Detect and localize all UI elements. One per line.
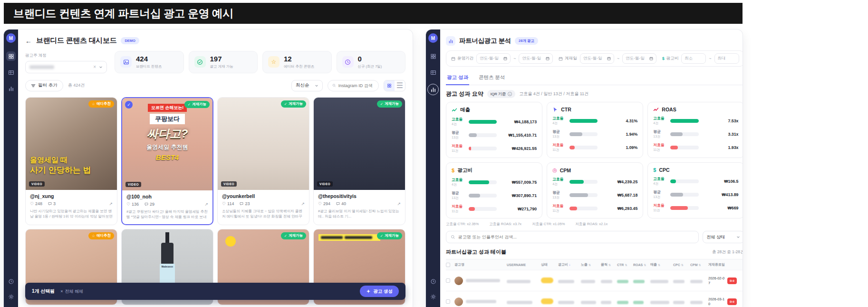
view-toggles: ☰ bbox=[384, 80, 405, 91]
table-nav-icon[interactable] bbox=[6, 68, 16, 77]
bar-fill bbox=[670, 119, 698, 123]
blurred-username bbox=[507, 301, 532, 304]
list-view-toggle[interactable]: ☰ bbox=[395, 80, 405, 91]
col-ad-name[interactable]: 광고명 bbox=[454, 262, 507, 267]
ad-search-input[interactable] bbox=[458, 235, 694, 239]
metric-value: 3.31x bbox=[703, 132, 739, 137]
col-end-date[interactable]: 게재종료일 bbox=[708, 262, 727, 267]
selected-check-icon[interactable]: ✓ bbox=[125, 101, 133, 109]
create-ad-button[interactable]: 광고 생성 bbox=[360, 286, 399, 297]
select-all-checkbox[interactable] bbox=[446, 263, 450, 267]
back-arrow-icon[interactable]: ← bbox=[25, 37, 32, 45]
content-card-selected[interactable]: ✓ ✓게재가능 모르면 손해보는! 쿠팡보다 싸다고? 올영세일 추천템 BES… bbox=[121, 97, 213, 225]
col-impressions[interactable]: 노출⇅ bbox=[581, 262, 601, 267]
ad-search[interactable] bbox=[446, 231, 699, 243]
tilde-separator: ~ bbox=[617, 56, 619, 61]
clock-icon[interactable] bbox=[428, 277, 438, 286]
summary-title: 광고 성과 요약 bbox=[446, 90, 483, 98]
comment-icon bbox=[48, 202, 52, 206]
caption: #광고 쿠팡보다 싸다고! 올해 마지막 올영세일 추천템 *댓글 달아주시면~… bbox=[126, 209, 208, 220]
bar-track bbox=[569, 180, 598, 184]
add-filter-button[interactable]: 필터 추가 bbox=[25, 80, 63, 91]
budget-max-input[interactable]: 최대 bbox=[714, 53, 739, 64]
search-input[interactable] bbox=[338, 83, 374, 88]
gear-icon[interactable] bbox=[428, 292, 438, 301]
external-link-icon[interactable]: ↗ bbox=[204, 202, 208, 207]
selection-count: 1개 선택됨 bbox=[32, 288, 55, 295]
instagram-search[interactable] bbox=[328, 80, 379, 91]
grid-nav-icon[interactable] bbox=[6, 51, 16, 61]
status-filter-select[interactable]: 전체 상태 bbox=[703, 231, 743, 243]
table-search-row: 전체 상태 bbox=[446, 231, 743, 243]
col-ctr[interactable]: CTR⇅ bbox=[617, 263, 633, 267]
col-ad-spend[interactable]: 광고비↓ bbox=[558, 262, 581, 267]
dday-badge: D-0 bbox=[727, 298, 737, 305]
tab-content-analysis[interactable]: 콘텐츠 분석 bbox=[478, 71, 506, 85]
gear-icon[interactable] bbox=[6, 292, 16, 301]
col-username[interactable]: USERNAME bbox=[507, 263, 541, 267]
dollar-icon: $ bbox=[653, 167, 656, 173]
budget-min-input[interactable]: 최소 bbox=[681, 53, 706, 64]
period-end-date-input[interactable]: 연도-월-일 bbox=[519, 53, 553, 64]
col-status[interactable]: 상태 bbox=[541, 262, 558, 267]
table-nav-icon[interactable] bbox=[428, 68, 438, 77]
clock-icon[interactable] bbox=[6, 277, 16, 286]
publish-end-date-input[interactable]: 연도-월-일 bbox=[622, 53, 656, 64]
content-thumbnail: ✓ ✓게재가능 모르면 손해보는! 쿠팡보다 싸다고? 올영세일 추천템 BES… bbox=[122, 98, 212, 190]
stat-label: 광고 게재 가능 bbox=[210, 64, 233, 69]
blurred-username bbox=[507, 280, 530, 283]
video-tag: VIDEO bbox=[29, 181, 45, 187]
col-roas[interactable]: ROAS⇅ bbox=[633, 263, 650, 267]
stat-label: 에디터 추천 콘텐츠 bbox=[284, 64, 314, 69]
sort-icon: ⇅ bbox=[658, 263, 660, 267]
bar-fill bbox=[670, 206, 688, 210]
bar-fill bbox=[469, 147, 471, 150]
col-revenue[interactable]: 매출⇅ bbox=[650, 262, 673, 267]
bar-track bbox=[670, 206, 698, 210]
row-checkbox[interactable] bbox=[446, 278, 450, 283]
avatar bbox=[454, 297, 463, 306]
status-badge bbox=[541, 298, 553, 304]
sort-icon: ⇅ bbox=[681, 263, 684, 267]
table-row[interactable]: 2026-03-10 D-0 bbox=[446, 291, 743, 307]
stat-ad-eligible: 197 광고 게재 가능 bbox=[189, 51, 258, 73]
blurred-roas bbox=[633, 280, 645, 283]
col-clicks[interactable]: 클릭⇅ bbox=[601, 262, 617, 267]
publish-start-date-input[interactable]: 연도-월-일 bbox=[580, 53, 614, 64]
blurred-value bbox=[558, 280, 574, 283]
bar-fill bbox=[469, 207, 475, 211]
tab-ad-performance[interactable]: 광고 성과 bbox=[446, 71, 469, 85]
chart-nav-icon-active[interactable] bbox=[427, 84, 439, 95]
blurred-value bbox=[650, 301, 669, 304]
stats-row: 424 브랜디드 컨텐츠 197 광고 게재 가능 ☆ 12 에디터 추천 콘텐… bbox=[115, 51, 405, 73]
clear-selection-button[interactable]: ×전체 해제 bbox=[60, 288, 83, 295]
grid-nav-icon[interactable] bbox=[428, 51, 438, 61]
content-card[interactable]: ✓게재가능 VIDEO @thepositivityis ♡294 40 ↗ #… bbox=[313, 97, 405, 225]
avatar[interactable]: M bbox=[428, 33, 438, 43]
metric-value: 4.31% bbox=[601, 119, 637, 123]
avatar[interactable]: M bbox=[6, 33, 16, 43]
bar-track bbox=[569, 146, 598, 149]
metric-value: ₩5,687.18 bbox=[601, 193, 637, 198]
col-cpm[interactable]: CPM⇅ bbox=[690, 263, 708, 267]
sticker-decoration bbox=[225, 236, 236, 247]
title-banner: 브랜디드 컨텐츠 연계 파트너십 광고 운영 예시 bbox=[4, 3, 743, 24]
col-cpc[interactable]: CPC⇅ bbox=[673, 263, 690, 267]
period-start-date-input[interactable]: 연도-월-일 bbox=[476, 53, 511, 64]
row-checkbox[interactable] bbox=[446, 299, 450, 304]
stat-branded-content: 424 브랜디드 컨텐츠 bbox=[115, 51, 184, 73]
tilde-separator: ~ bbox=[709, 56, 711, 61]
sort-select[interactable]: 최신순 bbox=[291, 80, 323, 91]
total-count: 총 424건 bbox=[68, 82, 85, 89]
content-card[interactable]: ✓게재가능 VIDEO @younkerbell ♡114 23 ↗ 조상님들의… bbox=[217, 97, 309, 225]
external-link-icon[interactable]: ↗ bbox=[397, 201, 401, 206]
chart-nav-icon[interactable] bbox=[6, 84, 16, 93]
content-card[interactable]: ☆에디추천 올영세일 때사기 안당하는 법 VIDEO @nj_xung ♡24… bbox=[25, 97, 117, 225]
table-row[interactable]: 2026-02-07 D-0 bbox=[446, 270, 743, 291]
clear-selection-icon[interactable]: × bbox=[93, 64, 96, 69]
advertiser-select[interactable]: × bbox=[25, 61, 107, 73]
external-link-icon[interactable]: ↗ bbox=[109, 201, 113, 206]
metric-value: 1.09% bbox=[601, 145, 637, 150]
external-link-icon[interactable]: ↗ bbox=[301, 201, 305, 206]
grid-view-toggle[interactable] bbox=[384, 80, 395, 91]
